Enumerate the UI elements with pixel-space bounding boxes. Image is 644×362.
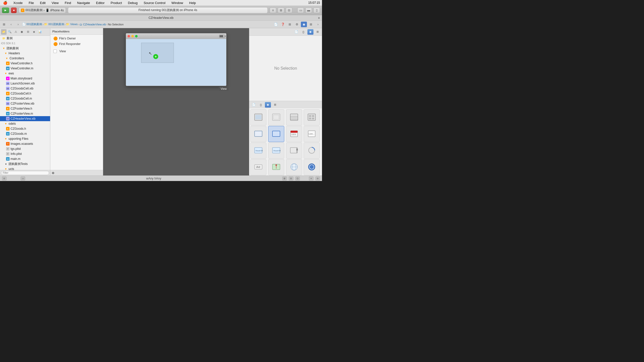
obj-item-storyboard-ref[interactable] xyxy=(268,109,284,125)
sidebar-czfooterview-h[interactable]: h CZFooterView.h xyxy=(0,106,50,111)
sidebar-czgoodscell-h[interactable]: h CZGoodsCell.h xyxy=(0,91,50,96)
nav-tests-icon[interactable]: ◉ xyxy=(19,29,25,35)
statusbar-left-btn[interactable]: ⊖ xyxy=(2,176,7,180)
nav-breakpoints-icon[interactable]: ◈ xyxy=(31,29,37,35)
editor-assistant-button[interactable]: ⊞ xyxy=(278,8,284,13)
obj-item-map[interactable] xyxy=(268,159,284,175)
help-icon[interactable]: ❓ xyxy=(280,22,286,27)
sidebar-viewcontroller-h[interactable]: h ViewController.h xyxy=(0,61,50,66)
xib-close-button[interactable] xyxy=(128,35,130,37)
sidebar-czgoodscell-xib[interactable]: xib CZGoodsCell.xib xyxy=(0,86,50,91)
sidebar-main-m[interactable]: m main.m xyxy=(0,156,50,161)
menu-edit[interactable]: Edit xyxy=(39,1,47,5)
sidebar-tgs-plist[interactable]: P tgs.plist xyxy=(0,146,50,151)
scheme-selector[interactable]: X 001团购案例 › 📱 iPhone 4s xyxy=(19,7,66,13)
navigator-toggle[interactable]: ▭ xyxy=(297,8,304,13)
statusbar-aspect-btn[interactable]: ⊞ xyxy=(282,176,287,180)
identity-inspector[interactable]: ⊞ xyxy=(287,22,293,27)
obj-item-view-controller[interactable] xyxy=(250,109,266,125)
sidebar-tests[interactable]: ▾ 团购案例Tests xyxy=(0,161,50,166)
nav-file-icon[interactable]: 📁 xyxy=(1,29,7,35)
statusbar-list-btn[interactable]: ≡ xyxy=(309,176,313,180)
xib-view-body[interactable]: ↖ + xyxy=(126,39,226,86)
menu-debug[interactable]: Debug xyxy=(127,1,139,5)
sidebar-group-views[interactable]: ▾ ews xyxy=(0,71,50,76)
quick-help-icon[interactable]: 📄 xyxy=(273,22,279,27)
sidebar-czfooterview-m[interactable]: m CZFooterView.m xyxy=(0,111,50,116)
view-checkbox[interactable] xyxy=(53,50,57,53)
xib-inner-view[interactable] xyxy=(141,43,174,63)
outline-bottom-circle-btn[interactable]: ⊖ xyxy=(52,171,54,175)
nav-issues-icon[interactable]: ⚠ xyxy=(13,29,19,35)
sidebar-launchscreen[interactable]: xib LaunchScreen.xib xyxy=(0,81,50,86)
obj-item-iad[interactable]: iAd xyxy=(250,159,266,175)
obj-item-visual-effect-1[interactable]: Visual Effect View xyxy=(250,143,266,159)
obj-item-webkit[interactable] xyxy=(286,159,302,175)
sidebar-group-models[interactable]: ▾ odels xyxy=(0,121,50,126)
obj-item-scroll-view[interactable] xyxy=(286,143,302,159)
menu-help[interactable]: Help xyxy=(188,1,197,5)
quick-help-inspector-icon[interactable]: {} xyxy=(300,29,306,35)
breadcrumb-group[interactable]: 📁 001团购案例 xyxy=(44,22,64,26)
nav-back[interactable]: ‹ xyxy=(8,22,14,27)
outline-first-responder[interactable]: 🟠 First Responder xyxy=(50,41,103,47)
obj-item-date-picker[interactable]: 1 2 3 xyxy=(286,126,302,142)
nav-search-icon[interactable]: 🔍 xyxy=(7,29,13,35)
sidebar-project-root[interactable]: 📁 案例 xyxy=(0,36,50,41)
file-inspector-icon[interactable]: 📄 xyxy=(293,29,299,35)
add-file-button[interactable]: + xyxy=(318,16,320,20)
sidebar-czgoodscell-m[interactable]: m CZGoodsCell.m xyxy=(0,96,50,101)
obj-item-table-vc[interactable] xyxy=(286,109,302,125)
obj-item-visual-effect-2[interactable]: Visual Effect View xyxy=(268,143,284,159)
menu-find[interactable]: Find xyxy=(64,1,72,5)
editor-standard-button[interactable]: ≡ xyxy=(270,8,276,13)
statusbar-filter-btn[interactable]: ⊖ xyxy=(315,176,320,180)
menu-file[interactable]: File xyxy=(28,1,35,5)
nav-forward[interactable]: › xyxy=(15,22,21,27)
obj-lib-code-icon[interactable]: {} xyxy=(258,102,264,108)
connections-inspector[interactable]: ⊞ xyxy=(308,22,314,27)
obj-item-dummy4[interactable]: Lore... xyxy=(304,126,320,142)
obj-lib-file-icon[interactable]: 📄 xyxy=(251,102,257,108)
sidebar-images-xcassets[interactable]: 🎨 Images.xcassets xyxy=(0,141,50,146)
obj-item-collection-vc[interactable] xyxy=(304,109,320,125)
xib-max-button[interactable] xyxy=(135,35,138,37)
sidebar-group-supporting[interactable]: ▾ upporting Files xyxy=(0,136,50,141)
next-button[interactable]: › xyxy=(315,22,321,27)
menu-product[interactable]: Product xyxy=(110,1,123,5)
breadcrumb-views[interactable]: 📁 Views xyxy=(66,23,77,26)
xib-min-button[interactable] xyxy=(131,35,134,37)
sidebar-czfooterview-xib[interactable]: xib CZFooterView.xib xyxy=(0,101,50,106)
sidebar-czheaderview-xib[interactable]: xib CZHeaderView.xib xyxy=(0,116,50,121)
attributes-inspector[interactable]: ⚙ xyxy=(294,22,300,27)
menu-editor[interactable]: Editor xyxy=(95,1,106,5)
sidebar-main-storyboard[interactable]: S Main.storyboard xyxy=(0,76,50,81)
statusbar-fit-btn[interactable]: ⊡ xyxy=(295,176,300,180)
obj-item-circle[interactable] xyxy=(304,159,320,175)
outline-files-owner[interactable]: 🟠 File's Owner xyxy=(50,36,103,41)
nav-reports-icon[interactable]: 📊 xyxy=(37,29,43,35)
size-inspector[interactable]: ◉ xyxy=(301,22,307,27)
menu-window[interactable]: Window xyxy=(171,1,184,5)
utilities-toggle[interactable]: ▯ xyxy=(313,8,320,13)
run-button[interactable]: ▶ xyxy=(2,8,9,13)
apple-menu[interactable]: 🍎 xyxy=(2,0,8,5)
menu-source-control[interactable]: Source Control xyxy=(143,1,167,5)
obj-item-view[interactable] xyxy=(250,126,266,142)
editor-version-button[interactable]: ⊟ xyxy=(286,8,292,13)
sidebar-group-controllers[interactable]: ▾ Controllers xyxy=(0,56,50,61)
sidebar-czgoods-m[interactable]: m CZGoods.m xyxy=(0,131,50,136)
sidebar-info-plist[interactable]: P Info.plist xyxy=(0,151,50,156)
sidebar-czgoods-h[interactable]: h CZGoods.h xyxy=(0,126,50,131)
debug-toggle[interactable]: ▬ xyxy=(305,8,312,13)
menu-view[interactable]: View xyxy=(51,1,60,5)
obj-lib-media-icon[interactable]: ⊞ xyxy=(272,102,278,108)
statusbar-zoom-btn[interactable]: ⊟ xyxy=(289,176,293,180)
sidebar-products[interactable]: ▾ ucts xyxy=(0,166,50,170)
menu-navigate[interactable]: Navigate xyxy=(76,1,91,5)
sidebar-group-headers[interactable]: ▾ Headers xyxy=(0,51,50,56)
stop-button[interactable]: ■ xyxy=(11,8,17,13)
sidebar-search-input[interactable] xyxy=(1,171,49,175)
sidebar-viewcontroller-m[interactable]: m ViewController.m xyxy=(0,66,50,71)
nav-split-view[interactable]: ⊞ xyxy=(1,22,7,27)
